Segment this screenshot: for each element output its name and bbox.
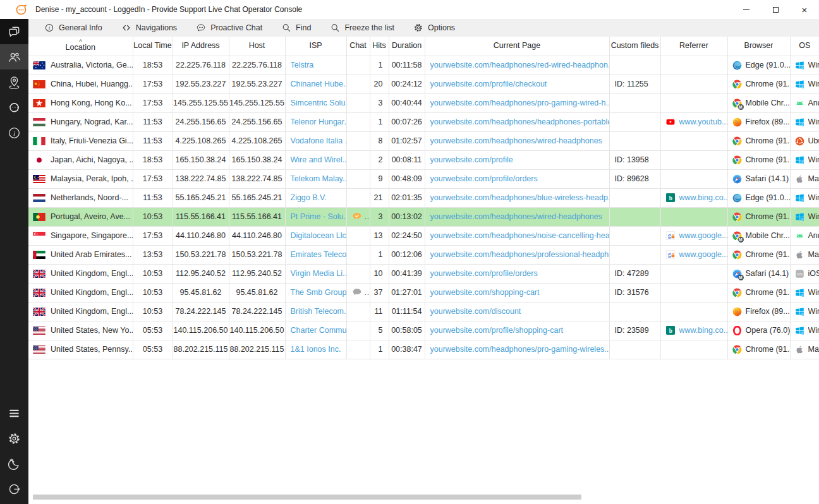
column-header-chat[interactable]: Chat xyxy=(346,37,370,56)
cell-current-page-link[interactable]: yourwebsite.com/headphones/wired-headpho… xyxy=(425,207,609,226)
cell-isp-link[interactable]: Simcentric Solu... xyxy=(285,93,346,112)
visitor-row[interactable]: United Arab Emirates...13:53150.53.221.7… xyxy=(28,245,819,264)
cell-isp-link[interactable]: Vodafone Italia ... xyxy=(285,131,346,150)
sidebar-item-settings[interactable] xyxy=(0,426,28,451)
cell-isp-link[interactable]: Wire and Wirel... xyxy=(285,150,346,169)
cell-isp-link[interactable]: The Smb Group xyxy=(285,283,346,302)
cell-current-page-link[interactable]: yourwebsite.com/discount xyxy=(425,302,609,321)
sidebar-item-operators[interactable] xyxy=(0,95,28,120)
cell-current-page-link[interactable]: yourwebsite.com/headphones/headphones-po… xyxy=(425,112,609,131)
visitor-row[interactable]: United States, Pennsy...05:5388.202.215.… xyxy=(28,340,819,359)
referrer-link[interactable]: www.google... xyxy=(679,231,727,240)
column-header-ip[interactable]: IP Address xyxy=(173,37,229,56)
toolbar-button-navigations[interactable]: Navigations xyxy=(112,19,186,37)
toolbar-button-find[interactable]: Find xyxy=(272,19,320,37)
toolbar-button-proactive-chat[interactable]: Proactive Chat xyxy=(186,19,272,37)
cell-isp-link[interactable]: Virgin Media Li... xyxy=(285,264,346,283)
cell-current-page-link[interactable]: yourwebsite.com/headphones/red-wired-hea… xyxy=(425,56,609,75)
cell-current-page-link[interactable]: yourwebsite.com/headphones/pro-gaming-wi… xyxy=(425,93,609,112)
cell-current-page-link[interactable]: yourwebsite.com/shopping-cart xyxy=(425,283,609,302)
ubuntu-icon xyxy=(795,136,804,146)
cell-current-page-link[interactable]: yourwebsite.com/headphones/pro-gaming-wi… xyxy=(425,340,609,359)
visitor-row[interactable]: United Kingdom, Engl...10:53112.95.240.5… xyxy=(28,264,819,283)
visitor-row[interactable]: Portugal, Aveiro, Ave...10:53115.55.166.… xyxy=(28,207,819,226)
cell-ip-address: 150.53.221.78 xyxy=(173,245,229,264)
cell-chat-status[interactable]: ... xyxy=(346,283,370,302)
referrer-link[interactable]: www.bing.co... xyxy=(679,193,727,202)
cell-current-page-link[interactable]: yourwebsite.com/headphones/noise-cancell… xyxy=(425,226,609,245)
cell-isp-link[interactable]: Chinanet Hube... xyxy=(285,75,346,93)
column-header-referrer[interactable]: Referrer xyxy=(660,37,727,56)
column-header-duration[interactable]: Duration xyxy=(389,37,425,56)
referrer-link[interactable]: www.google... xyxy=(679,250,727,259)
column-header-os[interactable]: OS xyxy=(790,37,819,56)
visitor-row[interactable]: United States, New Yo...05:53140.115.206… xyxy=(28,321,819,340)
visitor-row[interactable]: ★China, Hubei, Huangg...17:53192.55.23.2… xyxy=(28,75,819,93)
cell-isp-link[interactable]: 1&1 Ionos Inc. xyxy=(285,340,346,359)
toolbar-button-freeze-the-list[interactable]: Freeze the list xyxy=(320,19,404,37)
cell-isp-link[interactable]: Telekom Malay... xyxy=(285,169,346,188)
column-header-browser[interactable]: Browser xyxy=(727,37,790,56)
cell-chat-status xyxy=(346,75,370,93)
visitor-row[interactable]: United Kingdom, Engl...10:5395.45.81.629… xyxy=(28,283,819,302)
cell-duration: 00:38:47 xyxy=(389,340,425,359)
cell-os: 10Win xyxy=(790,188,819,207)
cell-current-page-link[interactable]: yourwebsite.com/profile/checkout xyxy=(425,75,609,93)
cell-current-page-link[interactable]: yourwebsite.com/profile xyxy=(425,150,609,169)
visitor-row[interactable]: ★Malaysia, Perak, Ipoh, ...17:53138.222.… xyxy=(28,169,819,188)
chrome-icon xyxy=(732,80,742,89)
sidebar-item-dark-mode[interactable] xyxy=(0,451,28,476)
cell-current-page-link[interactable]: yourwebsite.com/headphones/blue-wireless… xyxy=(425,188,609,207)
visitor-row[interactable]: Netherlands, Noord-...11:5355.165.245.21… xyxy=(28,188,819,207)
column-header-hits[interactable]: Hits xyxy=(370,37,389,56)
visitor-row[interactable]: Hungary, Nograd, Kar...11:5324.255.156.6… xyxy=(28,112,819,131)
cell-current-page-link[interactable]: yourwebsite.com/profile/orders xyxy=(425,264,609,283)
column-header-location[interactable]: ^Location xyxy=(28,37,133,56)
close-button[interactable]: × xyxy=(790,0,819,19)
sidebar-item-chats[interactable] xyxy=(0,19,28,44)
visitor-row[interactable]: Australia, Victoria, Ge...18:5322.225.76… xyxy=(28,56,819,75)
horizontal-scrollbar-thumb[interactable] xyxy=(33,495,581,500)
sidebar-item-logout[interactable] xyxy=(0,476,28,501)
toolbar-button-general-info[interactable]: iGeneral Info xyxy=(35,19,112,37)
column-header-current_page[interactable]: Current Page xyxy=(425,37,609,56)
referrer-link[interactable]: www.bing.co... xyxy=(679,326,727,335)
sidebar-item-menu[interactable] xyxy=(0,400,28,426)
cell-isp-link[interactable]: Pt Prime - Solu... xyxy=(285,207,346,226)
cell-custom-field: ID: 89628 xyxy=(609,169,660,188)
visitor-row[interactable]: Hong Kong, Hong Ko...17:53145.255.125.55… xyxy=(28,93,819,112)
column-header-custom_field[interactable]: Custom fileds xyxy=(609,37,660,56)
cell-isp-link[interactable]: British Telecom... xyxy=(285,302,346,321)
svg-text:10: 10 xyxy=(799,66,803,69)
visitor-row[interactable]: United Kingdom, Engl...10:5378.24.222.14… xyxy=(28,302,819,321)
cell-current-page-link[interactable]: yourwebsite.com/profile/orders xyxy=(425,169,609,188)
referrer-link[interactable]: www.youtub... xyxy=(679,117,727,126)
sidebar-item-visitors[interactable] xyxy=(0,44,28,69)
cell-isp-link[interactable]: Telenor Hungar... xyxy=(285,112,346,131)
cell-isp-link[interactable]: Ziggo B.V. xyxy=(285,188,346,207)
os-label: iOS xyxy=(808,269,819,278)
cell-isp-link[interactable]: Telstra xyxy=(285,56,346,75)
os-label: Win xyxy=(808,212,819,221)
cell-isp-link[interactable]: Charter Commu... xyxy=(285,321,346,340)
column-header-host[interactable]: Host xyxy=(229,37,285,56)
cell-current-page-link[interactable]: yourwebsite.com/profile/shopping-cart xyxy=(425,321,609,340)
maximize-button[interactable] xyxy=(761,0,790,19)
column-header-isp[interactable]: ISP xyxy=(285,37,346,56)
cell-chat-status[interactable]: ... xyxy=(346,207,370,226)
minimize-button[interactable] xyxy=(732,0,761,19)
sidebar-item-info[interactable]: i xyxy=(0,120,28,145)
visitor-row[interactable]: Italy, Friuli-Venezia Gi...11:534.225.10… xyxy=(28,131,819,150)
toolbar-button-options[interactable]: Options xyxy=(404,19,464,37)
column-header-local_time[interactable]: Local Time xyxy=(133,37,173,56)
cell-current-page-link[interactable]: yourwebsite.com/headphones/wired-headpho… xyxy=(425,131,609,150)
window-controls: × xyxy=(732,0,819,19)
location-text: China, Hubei, Huangg... xyxy=(51,80,133,88)
sidebar-item-geo-location[interactable] xyxy=(0,69,28,95)
visitor-row[interactable]: Singapore, Singapore...17:5344.110.246.8… xyxy=(28,226,819,245)
cell-isp-link[interactable]: Digitalocean Llc xyxy=(285,226,346,245)
visitor-row[interactable]: Japan, Aichi, Nagoya, ...18:53165.150.38… xyxy=(28,150,819,169)
cell-isp-link[interactable]: Emirates Teleco... xyxy=(285,245,346,264)
toolbar-button-label: Find xyxy=(296,23,311,32)
cell-current-page-link[interactable]: yourwebsite.com/headphones/professional-… xyxy=(425,245,609,264)
